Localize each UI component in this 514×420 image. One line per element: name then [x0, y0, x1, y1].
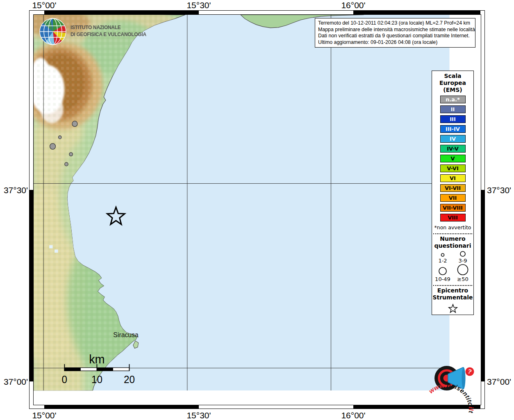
questionnaire-class-label: 1-2	[438, 258, 447, 264]
logo-url-part: terremoto	[448, 411, 475, 413]
axis-label-top-15-30: 15°30'	[176, 0, 221, 10]
axis-label-left-37-30: 37°30'	[0, 185, 28, 195]
earthquake-info-box: Terremoto del 10-12-2011 02:04:23 (ora l…	[315, 18, 475, 48]
logo-url-part: www.	[428, 381, 447, 395]
axis-label-top-15-00: 15°00'	[22, 0, 67, 10]
ingv-logo-line1: ISTITUTO NAZIONALE	[71, 24, 146, 31]
axis-label-bottom-15-30: 15°30'	[176, 411, 221, 420]
info-line-event: Terremoto del 10-12-2011 02:04:23 (ora l…	[318, 20, 472, 27]
axis-label-left-37-00: 37°00'	[0, 377, 28, 387]
questionnaire-class-label: 3-9	[458, 258, 467, 264]
questionnaire-class: 10-49	[435, 264, 450, 282]
ems-swatch-vvi: V-VI	[440, 164, 466, 172]
ems-footnote: *non avvertito	[434, 224, 471, 231]
ems-swatch-ivv: IV-V	[440, 145, 466, 153]
legend-title-line: Scala	[439, 73, 466, 80]
questionnaire-size-legend: 1-2 3-9 10-49 ≥50	[433, 251, 473, 282]
questionnaire-class: ≥50	[456, 264, 470, 282]
axis-label-bottom-16-00: 16°00'	[331, 411, 376, 420]
ingv-logo-line2: DI GEOFISICA E VULCANOLOGIA	[71, 31, 146, 38]
legend-separator	[433, 285, 472, 286]
legend-title-line: Europea	[439, 80, 466, 87]
questionnaire-class-label: 10-49	[435, 276, 450, 282]
ems-swatch-viiviii: VII-VIII	[440, 204, 466, 212]
ems-swatch-iii: III	[440, 115, 466, 123]
ems-swatch-vi: VI	[440, 174, 466, 182]
axis-label-right-37-30: 37°30'	[487, 185, 514, 195]
ems-swatch-viii: VIII	[440, 214, 466, 221]
legend-title: ScalaEuropea(EMS)	[439, 73, 466, 94]
legend-panel: ScalaEuropea(EMS) n.a.*IIIIIIII-IVIVIV-V…	[432, 71, 474, 315]
ems-swatch-iiiiv: III-IV	[440, 125, 466, 133]
ingv-logo-text: ISTITUTO NAZIONALE DI GEOFISICA E VULCAN…	[71, 24, 146, 38]
questionnaire-circle-icon	[456, 264, 470, 276]
haisentitoilterremoto-logo: ? www.haisentitoilterremoto.it	[413, 345, 482, 413]
ems-swatch-vii: VII	[440, 194, 466, 202]
questionnaire-class-label: ≥50	[457, 276, 468, 282]
questionnaire-legend-title: Numeroquestionari	[434, 235, 471, 249]
questionnaire-circle-icon	[456, 251, 470, 257]
logo-url-part: haisentito	[446, 381, 474, 407]
epicenter-legend-title: EpicentroStrumentale	[432, 287, 473, 301]
info-line-data: Dati non verificati estratti da 9 questi…	[318, 33, 472, 39]
logo-url-part: il	[468, 406, 475, 411]
ems-swatch-ii: II	[440, 105, 466, 113]
legend-separator	[433, 233, 472, 234]
ems-scale: n.a.*IIIIIIII-IVIVIV-VVV-VIVIVI-VIIVIIVI…	[440, 94, 466, 221]
questionnaire-circle-icon	[436, 253, 450, 257]
ems-swatch-v: V	[440, 155, 466, 162]
axis-label-bottom-15-00: 15°00'	[22, 411, 67, 420]
axis-label-right-37-00: 37°00'	[487, 377, 514, 387]
ems-swatch-iv: IV	[440, 135, 466, 143]
macroseismic-map-page: km 0 10 20 Siracusa 15°00' 15°30	[0, 0, 514, 420]
legend-title-line: (EMS)	[439, 87, 466, 94]
ingv-globe-logo	[39, 18, 68, 46]
epicenter-legend-star-icon	[447, 303, 459, 315]
legend-title-line: questionari	[434, 242, 471, 249]
ems-swatch-vivii: VI-VII	[440, 184, 466, 192]
legend-title-line: Epicentro	[432, 287, 473, 294]
legend-title-line: Strumentale	[432, 294, 473, 301]
legend-title-line: Numero	[434, 235, 471, 242]
info-line-updated: Ultimo aggiornamento: 09-01-2026 04:08 (…	[318, 39, 472, 46]
questionnaire-circle-icon	[436, 267, 450, 276]
questionnaire-class: 1-2	[436, 251, 450, 264]
ems-swatch-na: n.a.*	[440, 96, 466, 103]
axis-label-top-16-00: 16°00'	[331, 0, 376, 10]
questionnaire-class: 3-9	[456, 251, 470, 264]
info-line-map: Mappa preliminare delle intensità macros…	[318, 27, 472, 33]
